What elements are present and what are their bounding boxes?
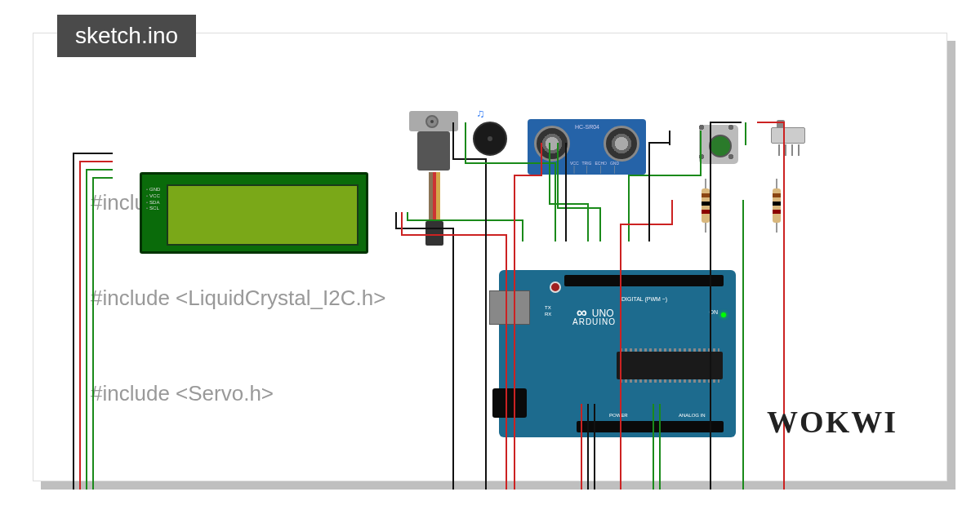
slide-switch-component[interactable] [771, 127, 805, 144]
resistor-component[interactable] [773, 188, 781, 223]
analog-label: ANALOG IN [679, 413, 706, 418]
file-tab-label: sketch.ino [75, 23, 178, 48]
power-jack-icon [492, 388, 527, 418]
ultrasonic-transducer-icon [604, 126, 639, 162]
ultrasonic-label: HC-SR04 [573, 124, 601, 130]
servo-cable [429, 172, 440, 221]
power-led-icon [721, 312, 726, 317]
arduino-brand: ARDUINO [572, 317, 616, 326]
project-frame: #include <Wire.h> #include <LiquidCrysta… [33, 33, 947, 481]
servo-horn-icon [425, 115, 439, 128]
buzzer-body [473, 122, 507, 156]
resistor-component[interactable] [702, 188, 710, 223]
buzzer-component[interactable]: ♫ [473, 122, 507, 156]
atmega-chip-icon [617, 352, 723, 379]
pushbutton-component[interactable] [699, 125, 738, 164]
servo-plug [425, 221, 443, 246]
reset-button[interactable] [550, 281, 561, 293]
power-label: POWER [609, 413, 628, 418]
music-note-icon: ♫ [476, 107, 485, 120]
txrx-labels: TX RX [545, 304, 551, 318]
on-label: ON [710, 309, 719, 315]
power-analog-pin-header[interactable] [577, 421, 724, 432]
wokwi-logo: WOKWI [767, 404, 898, 440]
servo-component[interactable] [409, 111, 454, 172]
servo-body [417, 131, 450, 171]
lcd-pin-labels: GND VCC SDA SCL [146, 187, 163, 212]
ultrasonic-transducer-icon [534, 126, 570, 162]
ultrasonic-hcsr04-component[interactable]: HC-SR04 VCC TRIG ECHO GND [528, 119, 646, 175]
ultrasonic-pins: VCC TRIG ECHO GND [570, 161, 619, 173]
file-tab[interactable]: sketch.ino [57, 15, 196, 57]
digital-label: DIGITAL (PWM ~) [621, 296, 667, 302]
lcd-screen [167, 184, 359, 246]
digital-pin-header[interactable] [564, 275, 724, 286]
arduino-uno-component[interactable]: TX RX ∞ UNO ARDUINO ON DIGITAL (PWM ~) P… [499, 270, 736, 437]
lcd-16x2-component[interactable]: GND VCC SDA SCL [140, 172, 368, 254]
usb-port-icon [489, 290, 530, 325]
